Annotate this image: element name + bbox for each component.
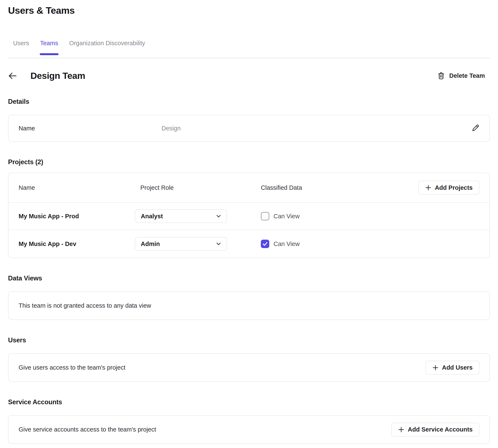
service-accounts-empty-text: Give service accounts access to the team… [19, 426, 391, 433]
arrow-left-icon [8, 72, 17, 80]
add-projects-label: Add Projects [435, 184, 473, 191]
can-view-checkbox-dev[interactable] [261, 240, 269, 248]
edit-name-button[interactable] [471, 124, 479, 133]
users-card: Give users access to the team's project … [8, 353, 490, 382]
team-header: Design Team Delete Team [8, 71, 490, 81]
users-teams-page: Users & Teams Users Teams Organization D… [0, 0, 498, 444]
details-card: Name Design [8, 115, 490, 142]
project-name: My Music App - Prod [19, 213, 135, 220]
projects-heading: Projects (2) [8, 158, 490, 166]
project-row-dev: My Music App - Dev Admin [8, 230, 490, 257]
pencil-icon [471, 124, 479, 133]
delete-team-button[interactable]: Delete Team [437, 72, 485, 80]
service-accounts-heading: Service Accounts [8, 398, 490, 406]
trash-icon [437, 72, 445, 80]
data-views-card: This team is not granted access to any d… [8, 291, 490, 320]
back-button[interactable] [8, 72, 17, 80]
plus-icon [425, 184, 432, 191]
users-heading: Users [8, 336, 490, 344]
project-role-value: Analyst [141, 213, 216, 220]
chevron-down-icon [216, 214, 221, 218]
tab-users[interactable]: Users [13, 40, 29, 58]
project-row-prod: My Music App - Prod Analyst [8, 203, 490, 230]
add-users-button[interactable]: Add Users [425, 361, 479, 375]
tab-bar: Users Teams Organization Discoverability [8, 40, 490, 58]
team-title: Design Team [31, 71, 85, 81]
details-heading: Details [8, 98, 490, 105]
data-views-heading: Data Views [8, 274, 490, 282]
tab-organization-discoverability[interactable]: Organization Discoverability [69, 40, 145, 58]
projects-table: Name Project Role Classified Data Add Pr… [8, 173, 490, 258]
add-projects-button[interactable]: Add Projects [418, 181, 479, 195]
add-service-accounts-button[interactable]: Add Service Accounts [391, 423, 479, 437]
plus-icon [432, 365, 439, 371]
can-view-label: Can View [273, 240, 300, 247]
project-role-select-dev[interactable]: Admin [135, 237, 227, 251]
add-users-label: Add Users [442, 364, 473, 371]
name-label: Name [19, 125, 161, 132]
can-view-label: Can View [273, 213, 300, 220]
users-empty-text: Give users access to the team's project [19, 364, 425, 371]
project-role-select-prod[interactable]: Analyst [135, 209, 227, 223]
can-view-checkbox-prod[interactable] [261, 212, 269, 220]
add-service-accounts-label: Add Service Accounts [408, 426, 473, 433]
project-role-value: Admin [141, 240, 216, 247]
page-title: Users & Teams [8, 5, 490, 16]
check-icon [262, 241, 268, 246]
projects-header-row: Name Project Role Classified Data Add Pr… [8, 173, 490, 203]
plus-icon [398, 426, 404, 433]
delete-team-label: Delete Team [449, 72, 485, 79]
column-header-project-role: Project Role [135, 184, 261, 191]
name-value: Design [161, 125, 471, 132]
tab-teams[interactable]: Teams [40, 40, 58, 58]
column-header-name: Name [19, 184, 135, 191]
column-header-classified-data: Classified Data [261, 184, 302, 191]
chevron-down-icon [216, 242, 221, 246]
service-accounts-card: Give service accounts access to the team… [8, 415, 490, 444]
data-views-empty-text: This team is not granted access to any d… [19, 302, 479, 309]
project-name: My Music App - Dev [19, 240, 135, 247]
